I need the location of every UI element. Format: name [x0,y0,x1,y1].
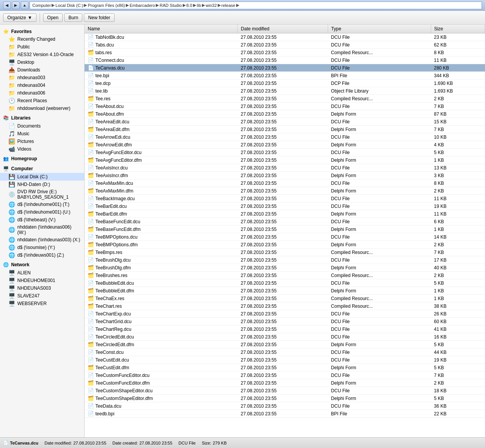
table-row[interactable]: 🗂️TeeCustomFuncEditor.dfm 27.08.2010 23:… [85,379,485,387]
table-row[interactable]: 📄TeeCustEdit.dcu 27.08.2010 23:55 DCU Fi… [85,356,485,364]
address-bar[interactable]: Computer ▶ Local Disk (C:) ▶ Program Fil… [30,2,482,9]
sidebar-item-network[interactable]: 🖥️ALIEN [0,269,84,277]
table-row[interactable]: 📄TeeCustomShapeEditor.dcu 27.08.2010 23:… [85,387,485,395]
table-row[interactable]: 🗂️TeeChaEx.res 27.08.2010 23:55 Compiled… [85,295,485,302]
table-row[interactable]: 🗂️TeeCustomShapeEditor.dfm 27.08.2010 23… [85,395,485,402]
sidebar-item-library[interactable]: 📄Documents [0,122,84,130]
sidebar-item-network[interactable]: 🖥️NHDEUNAS003 [0,284,84,292]
table-row[interactable]: 📄TeeAbout.dcu 27.08.2010 23:55 DCU File … [85,103,485,110]
table-row[interactable]: 📄Tabs.dcu 27.08.2010 23:55 DCU File 62 K… [85,41,485,49]
favorites-header[interactable]: ⭐ Favorites [0,28,84,35]
table-row[interactable]: 📄tee.lib 27.08.2010 23:55 Object File Li… [85,87,485,95]
homegroup-header[interactable]: 👥 Homegroup [0,154,84,163]
path-segment[interactable]: RAD Studio [160,3,182,8]
table-row[interactable]: 🗂️TeeBrushDlg.dfm 27.08.2010 23:55 Delph… [85,264,485,272]
table-row[interactable]: 📄TabNotBk.dcu 27.08.2010 23:55 DCU File … [85,33,485,41]
table-row[interactable]: 📄teedb.bpi 27.08.2010 23:55 BPI File 22 … [85,410,485,418]
table-row[interactable]: 🗂️TeeBmps.res 27.08.2010 23:55 Compiled … [85,249,485,256]
path-segment[interactable]: Program Files (x86) [88,3,125,8]
sidebar-item-library[interactable]: 🖼️Pictures [0,138,84,145]
path-segment[interactable]: 8.0 [187,3,192,8]
table-row[interactable]: 🗂️TeeBubbleEdit.dfm 27.08.2010 23:55 Del… [85,287,485,295]
table-row[interactable]: 📄TeeChartExp.dcu 27.08.2010 23:55 DCU Fi… [85,310,485,318]
path-segment[interactable]: Computer [32,3,51,8]
table-row[interactable]: 🗂️TeeBarEdit.dfm 27.08.2010 23:55 Delphi… [85,210,485,218]
table-row[interactable]: 🗂️TeeCustEdit.dfm 27.08.2010 23:55 Delph… [85,364,485,372]
sidebar-item-favorites[interactable]: 📥Downloads [0,66,84,74]
sidebar-item-favorites[interactable]: 🕐Recent Places [0,97,84,105]
table-row[interactable]: 📄tee.bpi 27.08.2010 23:55 BPI File 344 K… [85,72,485,80]
new-folder-button[interactable]: New folder [84,13,114,22]
sidebar-item-drive[interactable]: 🌐nhddaten (\\nhdeunas006) (W:) [0,224,84,236]
table-row[interactable]: 🗂️TeeAxMaxMin.dfm 27.08.2010 23:55 Delph… [85,187,485,195]
table-row[interactable]: 📄TeeBubbleEdit.dcu 27.08.2010 23:55 DCU … [85,279,485,287]
sidebar-item-drive[interactable]: 🌐d$ (\\nhdeuhome001) (U:) [0,208,84,216]
sidebar-item-library[interactable]: 🎵Music [0,130,84,138]
sidebar-item-library[interactable]: 📹Videos [0,145,84,153]
organize-button[interactable]: Organize ▼ [3,13,37,22]
up-button[interactable]: ▲ [21,2,28,9]
computer-header[interactable]: 🖥️ Computer [0,164,84,173]
sidebar-item-network[interactable]: 🖥️NHDEUHOME001 [0,277,84,284]
table-row[interactable]: 📄TeeArrowEdi.dcu 27.08.2010 23:55 DCU Fi… [85,133,485,141]
sidebar-item-drive[interactable]: 🌐nhddaten (\\nhdeunas003) (X:) [0,236,84,244]
sidebar-item-drive[interactable]: 💾NHD-Daten (D:) [0,181,84,188]
sidebar-item-favorites[interactable]: 📁nhdeunas006 [0,89,84,97]
sidebar-item-favorites[interactable]: ⭐Recently Changed [0,35,84,43]
sidebar-item-favorites[interactable]: 📁AES32 Version 4.10-Oracle [0,51,84,58]
path-segment[interactable]: lib [197,3,201,8]
table-row[interactable]: 🗂️TeeBaseFuncEdit.dfm 27.08.2010 23:55 D… [85,226,485,233]
table-row[interactable]: 📄TeeBrushDlg.dcu 27.08.2010 23:55 DCU Fi… [85,256,485,264]
table-row[interactable]: 📄TeeBaseFuncEdit.dcu 27.08.2010 23:55 DC… [85,218,485,226]
network-header[interactable]: 🌐 Network [0,261,84,269]
libraries-header[interactable]: 📚 Libraries [0,114,84,122]
table-row[interactable]: 📄TeeCircledEdit.dcu 27.08.2010 23:55 DCU… [85,333,485,341]
table-row[interactable]: 🗂️TeeAvgFuncEditor.dfm 27.08.2010 23:55 … [85,156,485,164]
sidebar-item-favorites[interactable]: 📁nhdeunas004 [0,81,84,89]
table-row[interactable]: 📄TeeAxisIncr.dcu 27.08.2010 23:55 DCU Fi… [85,164,485,172]
sidebar-item-drive[interactable]: 🌐d$ (\\nhdeuws001) (Z:) [0,251,84,259]
table-row[interactable]: 🗂️TeeCircledEdit.dfm 27.08.2010 23:55 De… [85,341,485,348]
sidebar-item-drive[interactable]: 💾Local Disk (C:) [0,173,84,181]
col-name[interactable]: Name [85,25,238,33]
col-size[interactable]: Size [431,25,485,33]
sidebar-item-network[interactable]: 🖥️WEBSERVER [0,300,84,307]
table-row[interactable]: 📄TeeData.dcu 27.08.2010 23:55 DCU File 3… [85,402,485,410]
table-row[interactable]: 📄TeCanvas.dcu 27.08.2010 23:55 DCU File … [85,64,485,72]
table-row[interactable]: 📄tee.dcp 27.08.2010 23:55 DCP File 1.690… [85,80,485,87]
table-row[interactable]: 📄TeeAreaEdit.dcu 27.08.2010 23:55 DCU Fi… [85,118,485,126]
table-row[interactable]: 🗂️tabs.res 27.08.2010 23:55 Compiled Res… [85,49,485,56]
table-row[interactable]: 🗂️TeeAbout.dfm 27.08.2010 23:55 Delphi F… [85,110,485,118]
table-row[interactable]: 🗂️TeeAxisIncr.dfm 27.08.2010 23:55 Delph… [85,172,485,179]
sidebar-item-network[interactable]: 🖥️SLAVE247 [0,292,84,300]
table-row[interactable]: 📄TeeChartReg.dcu 27.08.2010 23:55 DCU Fi… [85,325,485,333]
col-type[interactable]: Type [328,25,431,33]
table-row[interactable]: 📄TeeAvgFuncEditor.dcu 27.08.2010 23:55 D… [85,149,485,156]
table-row[interactable]: 📄TConnect.dcu 27.08.2010 23:55 DCU File … [85,56,485,64]
table-row[interactable]: 📄TeeBarEdit.dcu 27.08.2010 23:55 DCU Fil… [85,202,485,210]
back-button[interactable]: ◀ [3,2,11,9]
table-row[interactable]: 📄TeeBackImage.dcu 27.08.2010 23:55 DCU F… [85,195,485,202]
sidebar-item-drive[interactable]: 🌐d$ (\\thebeast) (V:) [0,216,84,224]
path-segment[interactable]: Embarcadero [130,3,155,8]
table-row[interactable]: 🗂️TeeArrowEdit.dfm 27.08.2010 23:55 Delp… [85,141,485,149]
sidebar-item-favorites[interactable]: 📁Public [0,43,84,51]
path-segment[interactable]: win32 [206,3,217,8]
burn-button[interactable]: Burn [64,13,82,22]
sidebar-item-favorites[interactable]: 🖥️Desktop [0,58,84,66]
path-segment[interactable]: Local Disk (C:) [55,3,83,8]
table-row[interactable]: 🗂️TeeBMPOptions.dfm 27.08.2010 23:55 Del… [85,241,485,249]
sidebar-item-drive[interactable]: 🌐d$ (\\soumise) (Y:) [0,244,84,251]
table-row[interactable]: 🗂️Tee.res 27.08.2010 23:55 Compiled Reso… [85,95,485,103]
sidebar-item-favorites[interactable]: 📁nhdeunas003 [0,74,84,81]
table-row[interactable]: 🗂️TeeBrushes.res 27.08.2010 23:55 Compil… [85,272,485,279]
open-button[interactable]: Open [43,13,63,22]
sidebar-item-favorites[interactable]: 📁nhddownload (webserver) [0,105,84,112]
table-row[interactable]: 📄TeeChartGrid.dcu 27.08.2010 23:55 DCU F… [85,318,485,325]
sidebar-item-drive[interactable]: 💿DVD RW Drive (E:) BABYLON5_SEASON_1 [0,188,84,201]
table-row[interactable]: 🗂️TeeChart.res 27.08.2010 23:55 Compiled… [85,302,485,310]
col-date[interactable]: Date modified [238,25,328,33]
sidebar-item-drive[interactable]: 🌐d$ (\\nhdeuhome001) (T:) [0,201,84,208]
table-row[interactable]: 📄TeeCustomFuncEditor.dcu 27.08.2010 23:5… [85,372,485,379]
table-row[interactable]: 📄TeeAxMaxMin.dcu 27.08.2010 23:55 DCU Fi… [85,179,485,187]
